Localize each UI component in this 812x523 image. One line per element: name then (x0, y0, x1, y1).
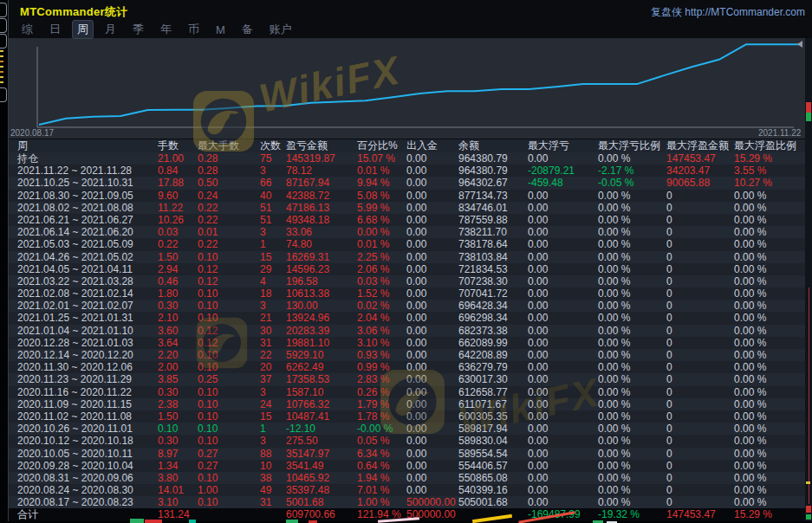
table-cell: 1.80 (158, 287, 198, 300)
table-cell: 0.22 (198, 238, 260, 250)
table-cell: 0 (666, 300, 734, 312)
table-cell: 964380.79 (458, 152, 528, 165)
table-cell: 0.00 % (734, 472, 805, 484)
table-row[interactable]: 2020.11.02 ~ 2020.11.081.500.101510487.4… (8, 410, 805, 423)
table-cell: 0.00 (406, 435, 458, 447)
table-cell: 49348.18 (286, 214, 357, 226)
scroll-left-arrow-icon[interactable] (797, 41, 802, 48)
table-row[interactable]: 2021.03.22 ~ 2021.03.280.460.124196.580.… (8, 275, 805, 287)
background-artifact (130, 519, 144, 523)
table-cell: 0.10 (198, 361, 260, 373)
table-row[interactable]: 持仓21.000.2875145319.8715.07 %0.00964380.… (8, 152, 805, 165)
table-cell: 0.00 % (734, 386, 805, 398)
table-cell: 0.00 (406, 312, 458, 324)
table-row[interactable]: 2021.10.25 ~ 2021.10.3117.880.506687167.… (8, 177, 805, 189)
menu-item-账户[interactable]: 账户 (264, 20, 297, 39)
table-cell: 0.30 (158, 386, 198, 398)
table-row[interactable]: 2021.05.03 ~ 2021.05.090.220.22174.800.0… (8, 238, 805, 250)
table-row[interactable]: 2021.11.22 ~ 2021.11.280.840.28378.120.0… (8, 165, 805, 177)
menu-item-币[interactable]: 币 (183, 20, 205, 39)
table-cell: 3.06 % (357, 325, 406, 337)
table-cell: 834746.01 (458, 202, 528, 214)
table-cell: 964302.67 (458, 177, 528, 189)
menu-item-月[interactable]: 月 (100, 20, 121, 39)
background-artifact (0, 71, 3, 73)
table-cell: 130.00 (286, 300, 357, 312)
table-cell: 3.10 % (357, 337, 406, 349)
table-row[interactable]: 2020.08.31 ~ 2020.09.063.800.103810465.9… (8, 472, 805, 484)
table-row[interactable]: 2020.11.23 ~ 2020.11.293.850.253717358.5… (8, 373, 805, 385)
table-cell: 0.00 (528, 214, 598, 226)
table-row[interactable]: 2020.10.26 ~ 2020.11.010.100.101-12.10-0… (8, 423, 805, 435)
table-cell: 611071.67 (458, 398, 528, 410)
table-cell: 0.28 (198, 165, 260, 177)
table-cell: 0.00 % (598, 238, 666, 250)
table-row[interactable]: 2020.10.12 ~ 2020.10.180.300.103275.500.… (8, 435, 805, 447)
table-cell: 1.34 (158, 460, 198, 472)
table-cell: 0.10 (198, 349, 260, 361)
table-row[interactable]: 2020.12.28 ~ 2021.01.033.640.123119881.1… (8, 337, 805, 349)
menu-item-备[interactable]: 备 (237, 20, 258, 39)
table-cell: 738178.64 (458, 238, 528, 250)
table-cell: 0.00 % (734, 190, 805, 202)
table-cell: 0.01 % (357, 238, 406, 250)
table-cell: 15 (260, 251, 286, 263)
table-cell: 707041.72 (458, 287, 528, 300)
site-link[interactable]: 复盘侠 http://MTCommander.com (651, 5, 805, 20)
table-row[interactable]: 2020.08.17 ~ 2020.08.233.100.10315001.68… (8, 496, 805, 508)
table-cell: 0 (666, 423, 734, 435)
equity-line (39, 44, 801, 125)
toolbar-button-outline (0, 18, 7, 33)
table-cell: 0.00 (406, 300, 458, 312)
menu-item-综[interactable]: 综 (16, 20, 38, 39)
table-cell: 0.00 (406, 484, 458, 496)
table-cell: 6262.49 (286, 361, 357, 373)
menu-item-M[interactable]: M (211, 22, 231, 38)
table-row[interactable]: 2021.08.30 ~ 2021.09.059.600.244042388.7… (8, 190, 805, 202)
table-row[interactable]: 2021.01.04 ~ 2021.01.103.600.123020283.3… (8, 325, 805, 337)
column-header-10: 最大浮盈金额 (666, 139, 734, 152)
table-cell: 0.00 % (598, 484, 666, 496)
table-cell: 21 (260, 312, 286, 324)
table-cell: 0.10 (198, 410, 260, 423)
table-row[interactable]: 2021.04.05 ~ 2021.04.112.940.122914596.2… (8, 263, 805, 275)
table-cell: 20283.39 (286, 325, 357, 337)
table-row[interactable]: 2021.06.21 ~ 2021.06.2710.260.225149348.… (8, 214, 805, 226)
table-cell: 696298.34 (458, 312, 528, 324)
table-cell: 1.50 (158, 251, 198, 263)
menu-item-年[interactable]: 年 (155, 20, 177, 39)
table-cell: 738211.70 (458, 226, 528, 238)
table-row[interactable]: 2021.02.01 ~ 2021.02.070.300.103130.000.… (8, 300, 805, 312)
table-row[interactable]: 2021.02.08 ~ 2021.02.141.800.101810613.3… (8, 287, 805, 300)
table-cell: 0.26 % (357, 386, 406, 398)
table-cell: 554406.57 (458, 460, 528, 472)
menu-item-日[interactable]: 日 (44, 20, 66, 39)
table-cell: 3.85 (158, 373, 198, 385)
table-cell: 0.00 (528, 238, 598, 250)
table-cell: 34203.47 (666, 165, 734, 177)
table-row[interactable]: 2021.06.14 ~ 2021.06.200.030.01333.060.0… (8, 226, 805, 238)
table-row[interactable]: 2020.11.16 ~ 2020.11.220.300.1031587.100… (8, 386, 805, 398)
table-cell: 0.12 (198, 337, 260, 349)
menu-item-周[interactable]: 周 (72, 20, 94, 39)
table-row[interactable]: 2020.12.14 ~ 2020.12.202.200.10225929.10… (8, 349, 805, 361)
table-row[interactable]: 2020.09.28 ~ 2020.10.041.340.27103541.49… (8, 460, 805, 472)
menu-item-季[interactable]: 季 (127, 20, 149, 39)
table-cell: 2020.09.28 ~ 2020.10.04 (17, 460, 158, 472)
table-cell: 38 (260, 472, 286, 484)
table-row[interactable]: 2021.01.25 ~ 2021.01.312.100.102113924.9… (8, 312, 805, 324)
table-cell: 10613.38 (286, 287, 357, 300)
table-cell: 33.06 (286, 226, 357, 238)
table-cell: 2.25 % (357, 251, 406, 263)
table-row[interactable]: 2020.11.09 ~ 2020.11.152.380.102410766.3… (8, 398, 805, 410)
table-cell: 10766.32 (286, 398, 357, 410)
table-cell: 0 (666, 484, 734, 496)
table-row[interactable]: 2021.04.26 ~ 2021.05.021.500.101516269.3… (8, 251, 805, 263)
table-row[interactable]: 2020.08.24 ~ 2020.08.3014.011.004935397.… (8, 484, 805, 496)
table-cell: 0.00 % (734, 435, 805, 447)
table-row[interactable]: 2020.11.30 ~ 2020.12.062.000.10206262.49… (8, 361, 805, 373)
table-cell: 0.00 (406, 190, 458, 202)
table-row[interactable]: 2021.08.02 ~ 2021.08.0811.220.225147186.… (8, 202, 805, 214)
table-row[interactable]: 2020.10.05 ~ 2020.10.118.970.278835147.9… (8, 448, 805, 460)
table-cell: 0.00 (528, 398, 598, 410)
